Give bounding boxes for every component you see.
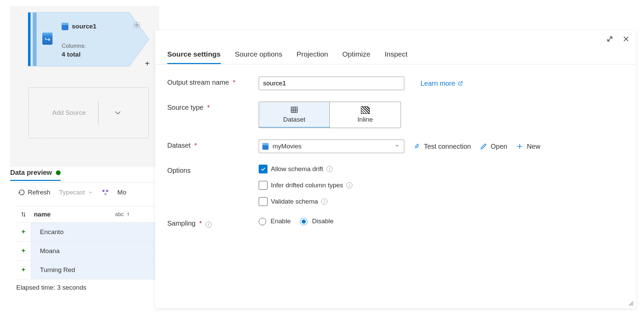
- pencil-icon: [480, 143, 487, 150]
- database-arrow-icon: [42, 33, 52, 45]
- gear-icon[interactable]: [133, 21, 141, 29]
- close-icon[interactable]: [622, 35, 630, 43]
- label-text: Source type: [167, 104, 203, 111]
- refresh-label: Refresh: [28, 189, 50, 196]
- cell-name: Turning Red: [30, 266, 139, 274]
- info-icon[interactable]: i: [321, 199, 327, 205]
- source-type-dataset[interactable]: Dataset: [259, 102, 330, 127]
- source-type-inline[interactable]: Inline: [329, 102, 401, 128]
- tab-projection[interactable]: Projection: [297, 50, 328, 64]
- source-node-icon: [41, 32, 54, 45]
- dataset-value: myMovies: [273, 143, 302, 150]
- checkbox-validate-schema[interactable]: [259, 197, 267, 206]
- row-added-icon: +: [16, 242, 30, 260]
- option-infer-drifted: Infer drifted column types i: [259, 181, 352, 190]
- table-row[interactable]: + Moana: [16, 242, 155, 261]
- cell-name: Encanto: [30, 228, 139, 236]
- refresh-icon: [18, 189, 25, 196]
- new-button[interactable]: New: [516, 143, 540, 150]
- options-label: Options: [167, 165, 259, 174]
- tab-data-preview[interactable]: Data preview: [10, 169, 61, 181]
- sql-icon: [62, 23, 68, 30]
- dataset-select[interactable]: myMovies: [259, 140, 404, 153]
- row-output-stream: Output stream name * Learn more: [167, 77, 636, 90]
- test-connection-button[interactable]: Test connection: [413, 143, 471, 150]
- sampling-enable[interactable]: Enable: [259, 217, 291, 225]
- radio-label: Enable: [271, 217, 291, 225]
- tab-source-options[interactable]: Source options: [235, 50, 282, 64]
- resize-grip-icon[interactable]: [628, 300, 634, 306]
- dataset-label: Dataset *: [167, 140, 259, 149]
- modify-button[interactable]: Mo: [117, 189, 126, 196]
- info-icon[interactable]: i: [206, 222, 212, 228]
- row-options: Options Allow schema drift i Infer drift…: [167, 165, 636, 206]
- table-header-row: name abc: [16, 206, 155, 223]
- table-row[interactable]: + Encanto: [16, 223, 155, 242]
- tab-optimize[interactable]: Optimize: [342, 50, 370, 64]
- add-source-label: Add Source: [52, 109, 86, 117]
- sql-icon: [262, 143, 269, 150]
- divider: [98, 101, 99, 124]
- tab-source-settings[interactable]: Source settings: [167, 50, 221, 64]
- map-drifted-button[interactable]: [102, 189, 109, 196]
- expand-icon[interactable]: [606, 35, 614, 43]
- radio-disable[interactable]: [300, 218, 307, 225]
- svg-rect-2: [106, 190, 108, 192]
- chevron-down-icon[interactable]: [111, 109, 125, 117]
- label-text: Sampling: [167, 220, 195, 227]
- learn-more-link[interactable]: Learn more: [421, 80, 463, 87]
- radio-label: Disable: [312, 217, 334, 225]
- open-button[interactable]: Open: [480, 143, 507, 150]
- col-type-text: abc: [115, 211, 124, 217]
- typecast-button[interactable]: Typecast: [59, 189, 93, 196]
- checkbox-infer-drifted[interactable]: [259, 181, 267, 190]
- node-title: source1: [72, 23, 96, 30]
- svg-rect-3: [104, 193, 106, 195]
- status-dot-icon: [56, 170, 61, 175]
- tab-inspect[interactable]: Inspect: [385, 50, 408, 64]
- open-label: Open: [491, 143, 507, 150]
- source-node[interactable]: source1 Columns: 4 total: [28, 12, 150, 66]
- plug-icon: [413, 143, 421, 150]
- columns-count: 4 total: [62, 51, 81, 58]
- svg-rect-4: [291, 107, 297, 112]
- output-stream-label: Output stream name *: [167, 77, 259, 86]
- radio-enable[interactable]: [259, 218, 266, 225]
- svg-rect-1: [102, 190, 104, 192]
- add-step-button[interactable]: +: [145, 59, 150, 68]
- option-label: Validate schema: [271, 198, 318, 205]
- refresh-button[interactable]: Refresh: [18, 189, 50, 196]
- test-connection-label: Test connection: [424, 143, 471, 150]
- source-type-label: Source type *: [167, 102, 259, 111]
- sampling-disable[interactable]: Disable: [300, 217, 334, 225]
- output-stream-input[interactable]: [259, 77, 404, 90]
- preview-toolbar: Refresh Typecast Mo: [18, 189, 126, 196]
- toggle-label: Inline: [358, 116, 373, 123]
- external-link-icon: [458, 81, 463, 86]
- sampling-label: Sampling * i: [167, 217, 259, 228]
- canvas-area: source1 Columns: 4 total + Add Source: [10, 6, 159, 167]
- grid-icon: [290, 106, 298, 114]
- info-icon[interactable]: i: [346, 182, 352, 188]
- columns-label: Columns:: [62, 43, 86, 49]
- option-label: Infer drifted column types: [271, 182, 343, 189]
- add-source-box[interactable]: Add Source: [28, 87, 149, 138]
- toggle-label: Dataset: [283, 116, 305, 123]
- table-row[interactable]: + Turning Red: [16, 261, 155, 279]
- cell-name: Moana: [30, 247, 139, 255]
- checkbox-allow-schema-drift[interactable]: [259, 165, 267, 173]
- sort-icon[interactable]: [16, 211, 30, 217]
- column-header-name[interactable]: name: [30, 211, 115, 218]
- preview-table: name abc + Encanto + Moana + Turning Red: [16, 206, 155, 279]
- elapsed-time: Elapsed time: 3 seconds: [16, 284, 86, 291]
- source-type-toggle: Dataset Inline: [259, 102, 401, 128]
- rule: [10, 182, 156, 183]
- plus-icon: [516, 143, 523, 150]
- form-area: Output stream name * Learn more Source t…: [155, 64, 636, 228]
- label-text: Dataset: [167, 142, 191, 149]
- sort-asc-icon[interactable]: [127, 212, 131, 217]
- learn-more-text: Learn more: [421, 80, 455, 87]
- row-sampling: Sampling * i Enable Disable: [167, 217, 636, 228]
- info-icon[interactable]: i: [326, 166, 332, 172]
- row-dataset: Dataset * myMovies Test connection: [167, 140, 636, 153]
